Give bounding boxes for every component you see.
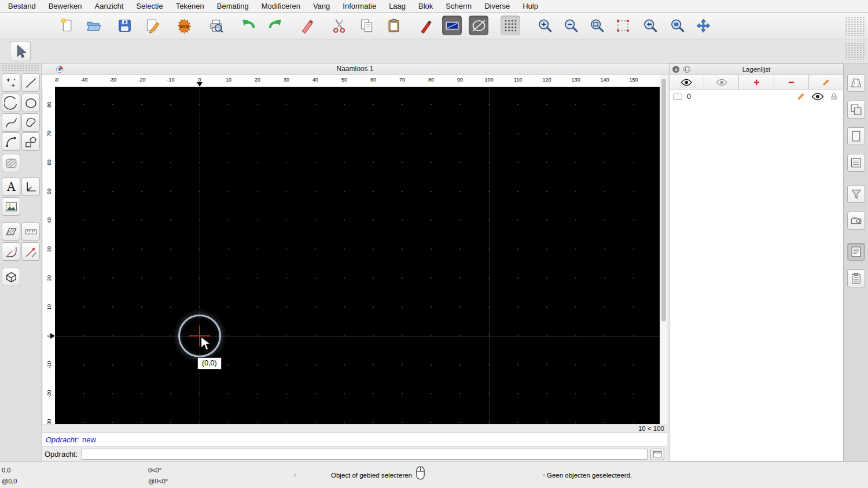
menu-item-selectie[interactable]: Selectie xyxy=(130,2,169,10)
tool-palette: A xyxy=(0,64,42,461)
h-ruler-tick: -30 xyxy=(109,77,116,83)
grid-dot xyxy=(344,220,345,221)
tool-arc-segment[interactable] xyxy=(2,132,20,151)
tool-pattern[interactable] xyxy=(2,222,20,241)
panel-detach-button[interactable] xyxy=(683,66,690,73)
menu-item-hulp[interactable]: Hulp xyxy=(516,2,545,10)
panel-editor-button[interactable] xyxy=(847,243,865,261)
panel-page-button[interactable] xyxy=(847,127,865,145)
panel-close-button[interactable] xyxy=(672,66,679,73)
tool-freehand[interactable] xyxy=(21,113,40,132)
zoom-refresh-button[interactable] xyxy=(613,16,632,35)
panel-projector-icon xyxy=(849,214,863,227)
line-attributes-button[interactable] xyxy=(442,16,462,35)
tool-line[interactable] xyxy=(21,73,40,92)
menu-item-bewerken[interactable]: Bewerken xyxy=(42,2,89,10)
grid-dot xyxy=(83,104,84,105)
svg-text:A: A xyxy=(6,180,16,194)
grid-dot xyxy=(373,306,374,308)
new-file-button[interactable] xyxy=(57,16,76,35)
pan-button[interactable] xyxy=(693,16,713,35)
menu-item-diverse[interactable]: Diverse xyxy=(478,2,516,10)
drawing-canvas[interactable]: (0,0) xyxy=(55,87,660,424)
h-ruler-tick: 140 xyxy=(600,77,609,83)
grid-dot xyxy=(633,249,634,250)
layer-edit-icon[interactable] xyxy=(797,93,805,101)
tool-text[interactable]: A xyxy=(2,178,20,196)
tool-hatch[interactable] xyxy=(2,154,20,172)
layer-row[interactable]: 0 xyxy=(670,90,843,103)
tool-image[interactable] xyxy=(2,197,20,216)
tool-ruler[interactable] xyxy=(21,222,40,241)
draw-pen-button[interactable] xyxy=(415,16,435,35)
grid-dot xyxy=(488,133,490,134)
menu-item-vang[interactable]: Vang xyxy=(307,2,336,10)
tool-box-3d[interactable] xyxy=(2,268,20,286)
tool-measure[interactable] xyxy=(2,242,20,261)
menu-item-scherm[interactable]: Scherm xyxy=(439,2,478,10)
remove-layer-button[interactable] xyxy=(774,75,809,90)
zoom-out-button[interactable] xyxy=(561,16,580,35)
menu-item-informatie[interactable]: Informatie xyxy=(336,2,382,10)
menu-item-modificeren[interactable]: Modificeren xyxy=(255,2,307,10)
grid-dot xyxy=(546,335,547,337)
tool-arc[interactable] xyxy=(2,94,20,112)
document-titlebar[interactable]: Naamloos 1 xyxy=(42,64,668,75)
tool-polygon[interactable] xyxy=(21,132,40,151)
grid-dot xyxy=(459,133,461,134)
print-preview-button[interactable] xyxy=(206,16,226,35)
vertical-scrollbar-thumb[interactable] xyxy=(661,79,666,321)
grid-dot xyxy=(344,335,345,337)
delete-button[interactable] xyxy=(297,16,317,35)
menu-item-tekenen[interactable]: Tekenen xyxy=(170,2,211,10)
menu-item-bestand[interactable]: Bestand xyxy=(2,2,42,10)
paste-button[interactable] xyxy=(384,16,403,35)
grid-dot xyxy=(199,162,200,163)
panel-clipboard-button[interactable] xyxy=(847,269,865,287)
current-tool-button[interactable] xyxy=(10,42,31,61)
zoom-fit-button[interactable] xyxy=(587,16,606,35)
command-console-button[interactable] xyxy=(650,449,664,460)
tool-circle[interactable] xyxy=(21,94,40,112)
zoom-previous-button[interactable] xyxy=(640,16,660,35)
add-layer-button[interactable] xyxy=(739,75,774,90)
edit-document-button[interactable] xyxy=(142,16,162,35)
tool-dimension[interactable] xyxy=(21,178,40,196)
panel-projector-button[interactable] xyxy=(847,212,865,230)
menu-item-bemating[interactable]: Bemating xyxy=(211,2,255,10)
panel-3d-button[interactable] xyxy=(847,74,865,92)
panel-list-button[interactable] xyxy=(847,154,865,172)
grid-dot xyxy=(575,335,576,337)
svg-export-button[interactable]: SVG xyxy=(174,16,194,35)
panel-render-button[interactable] xyxy=(847,101,865,119)
zoom-window-button[interactable] xyxy=(667,16,687,35)
edit-layers-button[interactable] xyxy=(809,75,843,90)
menu-item-blok[interactable]: Blok xyxy=(412,2,439,10)
zoom-refresh-icon xyxy=(615,17,631,34)
pan-icon xyxy=(695,17,712,34)
show-all-layers-button[interactable] xyxy=(670,75,704,90)
vertical-scrollbar[interactable] xyxy=(660,75,667,424)
layer-visibility-icon[interactable] xyxy=(811,93,824,101)
tool-snap-axis[interactable] xyxy=(21,242,40,261)
menu-item-aanzicht[interactable]: Aanzicht xyxy=(89,2,130,10)
panel-filter-button[interactable] xyxy=(847,185,865,203)
fill-none-button[interactable] xyxy=(469,16,488,35)
layer-lock-icon[interactable] xyxy=(830,93,837,101)
undo-button[interactable] xyxy=(238,16,258,35)
zoom-in-button[interactable] xyxy=(535,16,554,35)
grid-dot xyxy=(228,162,229,163)
command-input[interactable] xyxy=(82,449,648,460)
grid-toggle-button[interactable] xyxy=(501,16,520,35)
grid-dot xyxy=(315,422,316,423)
layer-panel-title: Lagenlijst xyxy=(670,64,843,75)
redo-button[interactable] xyxy=(265,16,285,35)
tool-spline[interactable] xyxy=(2,113,20,132)
menu-item-laag[interactable]: Laag xyxy=(382,2,412,10)
tool-points[interactable] xyxy=(2,73,20,92)
save-file-button[interactable] xyxy=(115,16,134,35)
copy-button[interactable] xyxy=(356,16,376,35)
open-file-button[interactable] xyxy=(83,16,103,35)
dim-layers-button[interactable] xyxy=(704,75,739,90)
cut-button[interactable] xyxy=(329,16,349,35)
